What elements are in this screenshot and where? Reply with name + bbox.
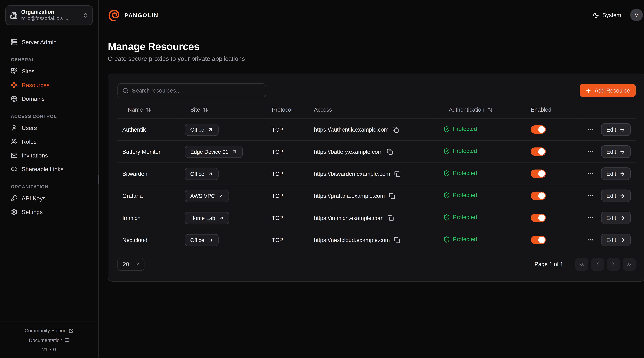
sort-icon <box>146 107 151 113</box>
auth-status-badge: Protected <box>443 192 477 198</box>
sidebar-item-sites[interactable]: Sites <box>6 64 93 78</box>
copy-button[interactable] <box>394 171 400 177</box>
column-label: Authentication <box>449 107 484 113</box>
auth-status-label: Protected <box>453 192 477 198</box>
sidebar-item-domains[interactable]: Domains <box>6 92 93 105</box>
resource-name: Bitwarden <box>122 171 147 177</box>
enabled-toggle[interactable] <box>531 236 546 244</box>
page-info: Page 1 of 1 <box>534 261 563 267</box>
column-header-name[interactable]: Name <box>128 107 151 113</box>
page-title: Manage Resources <box>108 41 643 53</box>
sidebar-item-settings[interactable]: Settings <box>6 205 93 219</box>
enabled-toggle[interactable] <box>531 192 546 200</box>
edit-button[interactable]: Edit <box>601 234 630 246</box>
community-edition-link[interactable]: Community Edition <box>24 328 74 334</box>
column-header-authentication[interactable]: Authentication <box>449 107 493 113</box>
auth-status-badge: Protected <box>443 214 477 221</box>
copy-button[interactable] <box>394 237 400 243</box>
row-menu-button[interactable] <box>587 126 594 133</box>
shield-check-icon <box>443 236 450 243</box>
auth-status-label: Protected <box>453 148 477 154</box>
edit-button[interactable]: Edit <box>601 123 630 136</box>
column-label: Name <box>128 107 143 113</box>
search-icon <box>122 87 128 93</box>
edit-label: Edit <box>606 148 616 155</box>
site-link-button[interactable]: Home Lab <box>185 212 230 224</box>
edit-label: Edit <box>606 193 616 199</box>
row-menu-button[interactable] <box>587 215 594 221</box>
sidebar-item-label: Users <box>22 124 37 131</box>
edit-button[interactable]: Edit <box>601 167 630 180</box>
arrow-up-right-icon <box>208 237 213 243</box>
sidebar: Organization milo@fossorial.io's ... Ser… <box>0 0 99 358</box>
brand-name: PANGOLIN <box>124 12 158 18</box>
column-header-enabled: Enabled <box>531 107 552 113</box>
enabled-toggle[interactable] <box>531 147 546 156</box>
sidebar-item-api-keys[interactable]: API Keys <box>6 191 93 205</box>
copy-button[interactable] <box>387 148 393 155</box>
add-resource-button[interactable]: Add Resource <box>580 84 636 97</box>
enabled-toggle[interactable] <box>531 125 546 134</box>
globe-icon <box>11 95 18 102</box>
row-menu-button[interactable] <box>587 237 594 243</box>
sidebar-item-resources[interactable]: Resources <box>6 78 93 92</box>
copy-button[interactable] <box>393 126 399 133</box>
sidebar-item-label: Server Admin <box>22 39 57 45</box>
chevrons-right-icon <box>626 261 632 267</box>
sidebar-item-server-admin[interactable]: Server Admin <box>6 35 93 49</box>
column-header-site[interactable]: Site <box>190 107 208 113</box>
copy-icon <box>393 126 399 133</box>
row-menu-button[interactable] <box>587 192 594 199</box>
search-input[interactable] <box>132 87 261 93</box>
chevron-down-icon <box>134 261 140 267</box>
row-menu-button[interactable] <box>587 170 594 177</box>
site-link-button[interactable]: Office <box>185 234 218 246</box>
edit-button[interactable]: Edit <box>601 190 630 202</box>
edit-label: Edit <box>606 126 616 133</box>
pager-buttons <box>575 258 636 270</box>
row-menu-button[interactable] <box>587 148 594 155</box>
last-page-button[interactable] <box>623 258 636 270</box>
avatar[interactable]: M <box>630 9 643 21</box>
copy-button[interactable] <box>389 193 395 199</box>
waypoints-icon <box>11 82 18 88</box>
site-name: Edge Device 01 <box>190 148 228 155</box>
sidebar-item-invitations[interactable]: Invitations <box>6 148 93 162</box>
enabled-toggle[interactable] <box>531 169 546 178</box>
external-link-icon <box>69 328 74 333</box>
copy-icon <box>387 148 393 155</box>
arrow-right-icon <box>620 237 625 243</box>
site-link-button[interactable]: AWS VPC <box>185 190 229 202</box>
arrow-right-icon <box>620 215 625 221</box>
first-page-button[interactable] <box>575 258 588 270</box>
next-page-button[interactable] <box>607 258 620 270</box>
page-subtitle: Create secure proxies to your private ap… <box>108 55 643 62</box>
chevron-left-icon <box>594 261 601 267</box>
edit-button[interactable]: Edit <box>601 145 630 158</box>
sidebar-item-label: Roles <box>22 138 36 145</box>
site-link-button[interactable]: Office <box>185 168 218 180</box>
sidebar-resize-handle[interactable] <box>98 175 99 184</box>
page-size-select[interactable]: 20 <box>117 258 144 270</box>
resource-name: Battery Monitor <box>122 148 160 155</box>
documentation-link[interactable]: Documentation <box>29 337 70 343</box>
table-row: Battery MonitorEdge Device 01TCPhttps://… <box>117 141 636 163</box>
enabled-toggle[interactable] <box>531 214 546 222</box>
sidebar-item-label: Invitations <box>22 152 48 159</box>
copy-icon <box>394 171 400 177</box>
sidebar-item-shareable-links[interactable]: Shareable Links <box>6 162 93 176</box>
org-selector[interactable]: Organization milo@fossorial.io's ... <box>6 6 93 25</box>
site-link-button[interactable]: Edge Device 01 <box>185 146 243 158</box>
toggle-knob <box>538 192 545 199</box>
theme-toggle-button[interactable]: System <box>593 12 621 18</box>
sort-icon <box>203 107 208 113</box>
previous-page-button[interactable] <box>591 258 604 270</box>
site-link-button[interactable]: Office <box>185 123 218 136</box>
copy-button[interactable] <box>388 215 394 221</box>
mail-icon <box>11 152 18 159</box>
ellipsis-icon <box>587 192 594 199</box>
sidebar-item-users[interactable]: Users <box>6 121 93 135</box>
protocol-value: TCP <box>272 237 283 243</box>
edit-button[interactable]: Edit <box>601 212 630 224</box>
sidebar-item-roles[interactable]: Roles <box>6 135 93 148</box>
